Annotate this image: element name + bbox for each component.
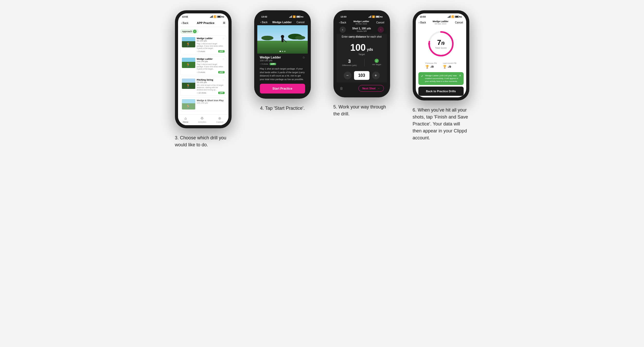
lastmonth-pb-label: Last month PB <box>443 62 456 64</box>
dot-3 <box>284 51 285 52</box>
nav-activities[interactable]: ♻ Activities <box>198 116 206 123</box>
drill-yards-2: 100-140 yds <box>197 60 225 63</box>
battery-fill <box>297 16 300 17</box>
dot-1 <box>279 51 281 52</box>
drill-item-3[interactable]: 🏌️ Pitching String 55-100 yds Hit 1 shot… <box>180 77 226 96</box>
capture-icon: ⊕ <box>218 116 221 120</box>
phone4-back-button[interactable]: ‹ Back <box>260 21 268 24</box>
carry-input[interactable]: 103 <box>354 71 369 80</box>
page-container: 13:02 📶 46 <box>168 10 477 148</box>
shots-count-2: ○ 9 shots <box>197 71 205 73</box>
signal-bar-3 <box>449 16 450 18</box>
signal-bar-1 <box>210 17 210 18</box>
bookmark-icon-4[interactable]: ☆ <box>222 99 225 102</box>
carry-bold: carry distance <box>349 35 366 38</box>
capture-label: Capture <box>216 121 223 123</box>
phone5-back-button[interactable]: ‹ Back <box>339 21 346 24</box>
lastmonth-pb-number: -/9 <box>448 65 451 68</box>
stat-divider <box>364 59 365 66</box>
category-badge: Approach 7 <box>180 29 199 34</box>
target-label: Target <box>337 53 387 56</box>
phone6-cancel-button[interactable]: Cancel <box>455 21 463 24</box>
phone4-caption: 4. Tap 'Start Practice'. <box>260 105 305 112</box>
menu-icon[interactable]: ≡ <box>223 21 225 25</box>
phone5-drill-nav: ‹ Back Wedge Ladder 06 Mar 2023 Cancel <box>337 19 387 26</box>
phone4-drill-desc: Play 1 shot at each target yardage. If y… <box>260 67 305 81</box>
start-practice-button[interactable]: Start Practice <box>260 84 305 94</box>
delete-shot-button[interactable]: 🗑 <box>340 86 343 90</box>
drill-meta-2: ○ 9 shots APP <box>197 71 225 73</box>
toast-close-button[interactable]: ✕ <box>459 74 461 77</box>
phone3-time: 13:02 <box>182 15 188 18</box>
phone3-caption: 3. Choose which drill you would like to … <box>175 134 232 148</box>
image-dots <box>279 51 285 52</box>
shots-count-1: ○ 9 shots <box>197 50 205 53</box>
previous-pb-number: -/9 <box>430 65 434 68</box>
phone5-nav-sub: 06 Mar 2023 <box>353 23 369 25</box>
phone6-caption: 6. When you've hit all your shots, tap '… <box>413 107 469 141</box>
bookmark-icon-1[interactable]: ☆ <box>222 37 225 40</box>
shot-label: Shot 1, 100 yds <box>352 27 371 30</box>
signal-bar-1 <box>448 17 448 18</box>
phone6-section: 13:03 📶 46 <box>405 10 477 141</box>
back-to-drills-button[interactable]: Back to Practice Drills <box>418 87 464 96</box>
svg-point-4 <box>295 36 305 40</box>
pb-row: Previous PB 🏆 -/9 Last month PB 🏆 -/9 <box>416 60 466 71</box>
bookmark-icon-3[interactable]: ☆ <box>222 79 225 81</box>
thumb-scene-4: 🏌️ <box>182 99 195 109</box>
phone5-cancel-button[interactable]: Cancel <box>376 21 384 24</box>
phone4-status-bar: 13:02 📶 46 <box>257 13 308 19</box>
signal-bar-4 <box>292 15 292 18</box>
target-value-row: 100 yds <box>337 42 387 53</box>
wifi-icon: 📶 <box>451 15 454 18</box>
next-shot-bar: 🗑 Next Shot → <box>337 82 387 94</box>
golfer-icon-3: 🏌️ <box>186 83 191 88</box>
drill-item-1[interactable]: 🏌️ Wedge Ladder 50-100 yds Play 1 shot a… <box>180 35 226 54</box>
minus-button[interactable]: − <box>344 72 351 79</box>
prev-shot-button[interactable]: ‹ <box>340 27 346 33</box>
battery-fill <box>455 16 458 17</box>
phone4-cancel-button[interactable]: Cancel <box>296 21 304 24</box>
drill-meta-3: ○ 10 shots APP <box>197 92 225 94</box>
home-label: Home <box>183 121 188 123</box>
app-badge-1: APP <box>218 50 224 53</box>
phone3-section: 13:02 📶 46 <box>168 10 239 148</box>
trophy-icon-2: 🏆 <box>443 65 447 69</box>
activities-icon: ♻ <box>200 116 204 120</box>
home-icon: ⌂ <box>184 116 187 120</box>
target-unit: yds <box>367 47 373 52</box>
drill-item-4[interactable]: 🏌️ Wedge & Short Iron Play 100-140 yds ☆ <box>180 97 226 111</box>
drill-thumb-2: 🏌️ <box>182 58 195 68</box>
check-icon: ✓ <box>421 74 424 78</box>
phone4-section: 13:02 📶 46 <box>247 10 318 112</box>
drill-name-area: Wedge Ladder 100-140 yds <box>260 56 281 62</box>
nav-capture[interactable]: ⊕ Capture <box>216 116 223 123</box>
drill-thumb-4: 🏌️ <box>182 99 195 109</box>
phone5-nav-title: Wedge Ladder <box>353 20 369 23</box>
battery-label: 46 <box>222 16 224 18</box>
phone4-bookmark-icon[interactable]: ☆ <box>302 56 305 59</box>
drill-name-1: Wedge Ladder <box>197 37 225 40</box>
next-shot-button[interactable]: Next Shot → <box>358 85 384 92</box>
bookmark-icon-2[interactable]: ☆ <box>222 58 225 61</box>
battery-fill <box>218 16 220 17</box>
plus-button[interactable]: + <box>372 72 380 79</box>
phone4-screen: 13:02 📶 46 <box>257 13 308 96</box>
arrow-right-icon: → <box>377 87 380 90</box>
thumb-scene-2: 🏌️ <box>182 58 195 68</box>
drill-name-4: Wedge & Short Iron Play <box>197 99 225 102</box>
phone5-section: 13:03 📶 46 <box>326 10 397 117</box>
next-shot-arrow-button[interactable]: › <box>378 27 384 33</box>
phone6-back-button[interactable]: ‹ Back <box>419 21 426 24</box>
nav-home[interactable]: ⌂ Home <box>183 116 188 123</box>
signal-bar-1 <box>368 17 369 18</box>
score-numerator: 7 <box>437 38 441 46</box>
next-shot-label: Next Shot <box>362 87 375 90</box>
drill-item-2[interactable]: 🏌️ Wedge Ladder 100-140 yds Play 1 shot … <box>180 56 226 75</box>
phone3-back-button[interactable]: ‹ Back <box>181 22 189 24</box>
phone3-nav-bar: ‹ Back APP Practice ≡ <box>178 19 228 27</box>
category-count: 7 <box>193 30 197 33</box>
signal-bar-4 <box>371 15 371 18</box>
phone4-shots-count: ○ 9 shots <box>260 63 268 65</box>
back-label: Back <box>183 22 188 24</box>
